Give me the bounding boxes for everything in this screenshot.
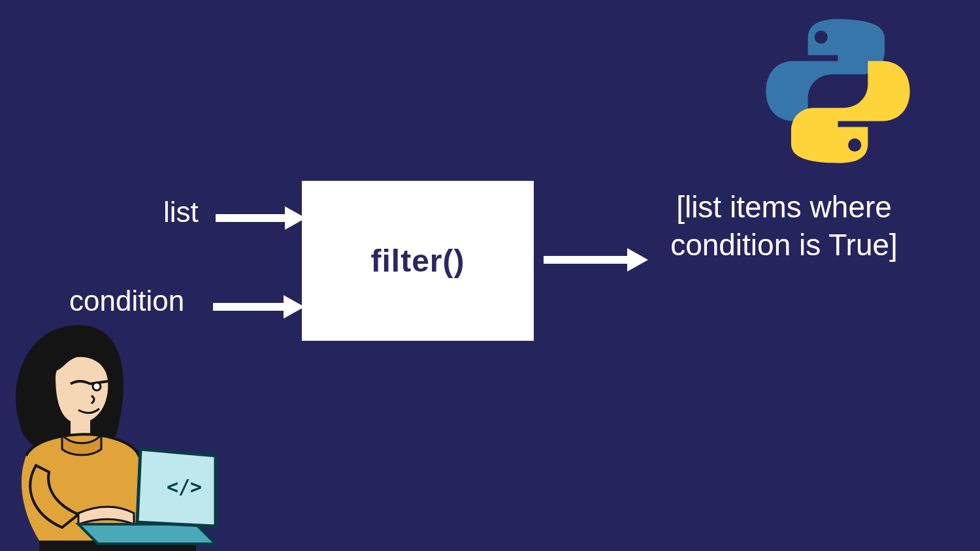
python-logo-icon: [761, 14, 915, 168]
function-name: filter(): [371, 243, 465, 279]
svg-point-1: [848, 138, 861, 151]
arrow-right-icon: [213, 295, 304, 319]
person-with-laptop-illustration: </>: [0, 319, 222, 551]
diagram-stage: filter() list condition [list items wher…: [0, 0, 980, 551]
input-label-condition: condition: [69, 285, 184, 317]
arrow-right-icon: [216, 206, 306, 230]
svg-point-0: [815, 31, 828, 44]
arrow-right-icon: [544, 248, 648, 272]
svg-marker-7: [627, 248, 648, 272]
svg-marker-5: [284, 295, 304, 319]
svg-marker-3: [285, 206, 306, 230]
function-box: filter(): [302, 181, 534, 341]
svg-point-8: [93, 383, 101, 390]
output-label: [list items where condition is True]: [657, 189, 911, 264]
svg-text:</>: </>: [167, 475, 202, 498]
input-label-list: list: [163, 196, 199, 228]
